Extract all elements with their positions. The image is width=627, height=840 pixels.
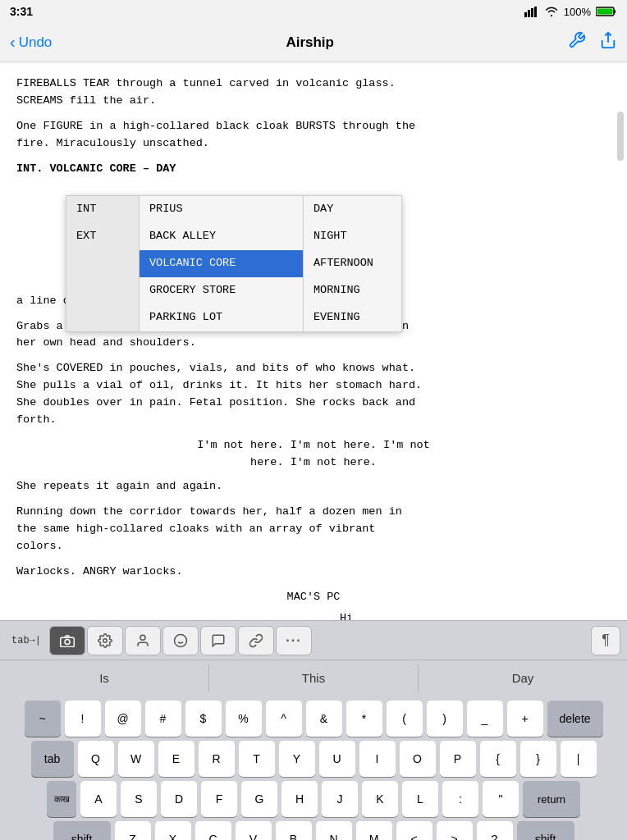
key-g[interactable]: G (241, 781, 277, 817)
key-dollar[interactable]: $ (185, 701, 222, 737)
key-lt[interactable]: < (396, 821, 432, 840)
nav-left[interactable]: ‹ Undo (10, 33, 52, 52)
key-at[interactable]: @ (105, 701, 141, 737)
link-toolbar-button[interactable] (238, 626, 274, 655)
ext-option[interactable]: EXT (66, 223, 139, 250)
predictive-word-3[interactable]: Day (419, 664, 627, 692)
time-evening[interactable]: EVENING (304, 304, 401, 331)
key-t[interactable]: T (239, 741, 275, 777)
camera-toolbar-button[interactable] (49, 626, 85, 655)
key-percent[interactable]: % (226, 701, 262, 737)
locations-column[interactable]: PRIUS BACK ALLEY VOLCANIC CORE GROCERY S… (140, 195, 304, 332)
key-s[interactable]: S (121, 781, 157, 817)
key-v[interactable]: V (236, 821, 272, 840)
back-icon[interactable]: ‹ (10, 33, 16, 52)
shift-right-button[interactable]: shift (517, 821, 574, 840)
key-d[interactable]: D (161, 781, 197, 817)
keyboard-row-symbols: ~ ! @ # $ % ^ & * ( ) _ + delete (2, 701, 625, 737)
key-h[interactable]: H (281, 781, 318, 817)
key-a[interactable]: A (80, 781, 117, 817)
key-i[interactable]: I (359, 741, 396, 777)
more-toolbar-button[interactable]: ··· (276, 626, 312, 655)
key-m[interactable]: M (356, 821, 392, 840)
key-asterisk[interactable]: * (346, 701, 382, 737)
tab-arrow-button[interactable]: tab→| (7, 632, 48, 650)
key-rbrace[interactable]: } (520, 741, 556, 777)
location-prius[interactable]: PRIUS (140, 196, 303, 223)
nav-title: Airship (286, 34, 334, 51)
smiley-toolbar-button[interactable] (162, 626, 199, 655)
key-y[interactable]: Y (279, 741, 315, 777)
predictive-bar: Is This Day (0, 660, 627, 696)
key-l[interactable]: L (402, 781, 438, 817)
caps-lock-button[interactable]: काख (47, 781, 76, 817)
key-hash[interactable]: # (145, 701, 181, 737)
key-r[interactable]: R (199, 741, 235, 777)
location-volcanic-core[interactable]: VOLCANIC CORE (140, 250, 303, 277)
person-toolbar-button[interactable] (125, 626, 161, 655)
key-x[interactable]: X (155, 821, 191, 840)
key-lparen[interactable]: ( (387, 701, 423, 737)
key-b[interactable]: B (276, 821, 312, 840)
paragraph-icon-button[interactable]: ¶ (591, 626, 620, 655)
key-exclaim[interactable]: ! (65, 701, 101, 737)
return-button[interactable]: return (523, 781, 580, 817)
time-afternoon[interactable]: AFTERNOON (304, 250, 401, 277)
location-grocery-store[interactable]: GROCERY STORE (140, 277, 303, 304)
scroll-indicator[interactable] (617, 112, 624, 161)
int-ext-column[interactable]: INT EXT (66, 195, 140, 332)
key-e[interactable]: E (158, 741, 195, 777)
script-paragraph-1: FIREBALLS TEAR through a tunnel carved i… (16, 75, 611, 110)
key-p[interactable]: P (440, 741, 476, 777)
status-time: 3:31 (10, 5, 33, 18)
delete-button[interactable]: delete (547, 701, 603, 737)
key-n[interactable]: N (316, 821, 352, 840)
key-u[interactable]: U (319, 741, 355, 777)
key-amp[interactable]: & (306, 701, 342, 737)
battery-icon (596, 6, 617, 17)
key-quote[interactable]: " (483, 781, 519, 817)
key-k[interactable]: K (362, 781, 398, 817)
key-z[interactable]: Z (115, 821, 151, 840)
time-night[interactable]: NIGHT (304, 223, 401, 250)
svg-rect-5 (614, 10, 616, 13)
location-parking-lot[interactable]: PARKING LOT (140, 304, 303, 331)
key-question[interactable]: ? (477, 821, 513, 840)
svg-point-11 (140, 635, 145, 640)
key-w[interactable]: W (118, 741, 154, 777)
key-gt[interactable]: > (437, 821, 473, 840)
key-plus[interactable]: + (507, 701, 543, 737)
key-f[interactable]: F (201, 781, 237, 817)
key-o[interactable]: O (400, 741, 436, 777)
speech-toolbar-button[interactable] (200, 626, 236, 655)
wrench-icon[interactable] (568, 31, 586, 53)
script-area[interactable]: FIREBALLS TEAR through a tunnel carved i… (0, 62, 627, 620)
time-column[interactable]: DAY NIGHT AFTERNOON MORNING EVENING (304, 195, 402, 332)
predictive-word-1[interactable]: Is (0, 664, 209, 692)
key-underscore[interactable]: _ (467, 701, 503, 737)
key-q[interactable]: Q (78, 741, 114, 777)
wifi-icon (544, 6, 559, 17)
location-back-alley[interactable]: BACK ALLEY (140, 223, 303, 250)
key-colon[interactable]: : (442, 781, 478, 817)
dialogue-block-1: I'm not here. I'm not here. I'm not here… (16, 437, 611, 472)
key-pipe[interactable]: | (561, 741, 597, 777)
predictive-word-2[interactable]: This (209, 664, 419, 692)
key-c[interactable]: C (195, 821, 231, 840)
key-rparen[interactable]: ) (427, 701, 463, 737)
autocomplete-dropdown[interactable]: INT EXT PRIUS BACK ALLEY VOLCANIC CORE G… (66, 195, 402, 332)
key-lbrace[interactable]: { (480, 741, 516, 777)
undo-button[interactable]: Undo (19, 34, 53, 51)
tab-button[interactable]: tab (31, 741, 74, 777)
shift-left-button[interactable]: shift (53, 821, 111, 840)
key-caret[interactable]: ^ (266, 701, 302, 737)
time-day[interactable]: DAY (304, 196, 401, 223)
share-icon[interactable] (599, 31, 617, 53)
key-tilde[interactable]: ~ (25, 701, 61, 737)
gear-toolbar-button[interactable] (87, 626, 123, 655)
time-morning[interactable]: MORNING (304, 277, 401, 304)
signal-icon (524, 6, 539, 17)
key-j[interactable]: J (322, 781, 358, 817)
int-option[interactable]: INT (66, 196, 139, 223)
script-paragraph-2: One FIGURE in a high-collared black cloa… (16, 118, 611, 153)
